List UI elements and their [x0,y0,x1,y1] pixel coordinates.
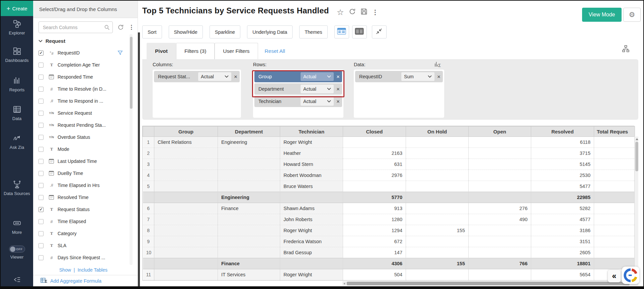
summary-sigma-icon[interactable]: Σ [434,61,442,69]
column-header-technician[interactable]: Technician [280,126,343,137]
field-item-time-to-respond-in[interactable]: .#Time to Respond in ... [33,95,134,107]
column-header-total-reques[interactable]: Total Reques [594,126,635,137]
field-checkbox[interactable] [38,195,44,200]
field-checkbox[interactable] [38,111,44,116]
pivot-chip-technician[interactable]: TechnicianActual× [254,96,342,107]
field-checkbox[interactable] [38,63,44,68]
save-icon[interactable] [360,8,368,16]
create-button[interactable]: + Create [1,1,33,16]
chip-remove-icon[interactable]: × [437,74,440,80]
vertical-scrollbar-thumb[interactable] [635,142,638,171]
field-item-category[interactable]: TCategory [33,227,134,239]
search-columns-input[interactable] [38,21,113,33]
chip-remove-icon[interactable]: × [336,99,340,104]
tab-filters-3[interactable]: Filters (3) [176,43,215,59]
field-item-days-since-request[interactable]: #Days Since Request ... [33,252,134,264]
chip-aggregation-dropdown[interactable]: Actual [301,97,334,106]
add-aggregate-row[interactable]: Σ Add Aggregate Formula [33,275,138,286]
tab-pivot[interactable]: Pivot [147,43,176,59]
column-header-resolved[interactable]: Resolved [531,126,594,137]
field-item-time-elapsed[interactable]: #Time Elapsed [33,215,134,227]
field-item-sla[interactable]: TSLA [33,239,134,252]
sidebar-item-data[interactable]: Data [1,105,33,121]
collapse-sidebar-icon[interactable] [1,276,33,284]
field-checkbox[interactable] [38,87,44,92]
scroll-up-arrow-icon[interactable] [636,138,638,140]
column-header-group[interactable]: Group [154,126,218,137]
section-request[interactable]: Request [38,38,65,44]
add-aggregate-link[interactable]: Add Aggregate Formula [50,278,101,284]
table-vertical-scrollbar[interactable] [634,136,638,280]
field-checkbox[interactable] [38,99,44,104]
horizontal-scrollbar-thumb[interactable] [347,282,630,285]
hierarchy-icon[interactable] [622,44,630,54]
pivot-chip-group[interactable]: GroupActual× [254,71,342,82]
collapse-panel-button[interactable]: « [608,270,621,282]
panel-scrollbar-thumb[interactable] [130,37,133,109]
column-header-on-hold[interactable]: On Hold [406,126,469,137]
column-header-closed[interactable]: Closed [343,126,406,137]
sidebar-item-viewer[interactable]: OFF Viewer [1,246,33,260]
field-checkbox[interactable] [38,243,44,248]
field-checkbox[interactable] [38,171,44,176]
field-item-request-pending-sta[interactable]: Y/NRequest Pending Sta... [33,119,134,131]
field-checkbox[interactable] [38,135,44,140]
data-dropzone[interactable]: RequestIDSum× [354,70,444,118]
refresh-report-icon[interactable] [349,8,356,16]
favorite-star-icon[interactable]: ☆ [337,8,344,16]
field-item-time-to-resolve-in-d[interactable]: #Time to Resolve (in D... [33,83,134,95]
chip-remove-icon[interactable]: × [336,86,340,92]
panel-splitter-handle[interactable] [138,32,140,287]
sidebar-item-data-sources[interactable]: Data Sources [1,180,33,196]
field-checkbox[interactable] [38,75,44,80]
classic-table-button[interactable] [352,25,367,38]
field-item-service-request[interactable]: Y/NService Request [33,107,134,119]
view-mode-button[interactable]: View Mode [582,8,622,22]
sparkline-button[interactable]: Sparkline [210,25,240,38]
refresh-columns-icon[interactable] [117,24,124,30]
chip-aggregation-dropdown[interactable]: Actual [301,72,334,81]
field-item-dueby-time[interactable]: 17DueBy Time [33,167,134,179]
field-checkbox[interactable] [38,255,44,260]
underlying-data-button[interactable]: Underlying Data [247,25,293,38]
field-checkbox[interactable] [38,219,44,224]
field-checkbox[interactable] [38,123,44,128]
sidebar-item-explorer[interactable]: Explorer [1,19,33,36]
field-item-resolved-time[interactable]: 17Resolved Time [33,191,134,203]
field-checkbox[interactable] [38,231,44,236]
column-header-department[interactable]: Department [218,126,280,137]
columns-dropzone[interactable]: Request Stat...Actual× [153,70,241,118]
column-header-open[interactable]: Open [469,126,531,137]
pivot-chip-request-stat[interactable]: Request Stat...Actual× [154,71,240,82]
field-checkbox[interactable]: ✓ [38,207,44,212]
sidebar-item-reports[interactable]: Reports [1,76,33,93]
title-more-options-icon[interactable]: ⋮ [372,8,379,16]
field-checkbox[interactable] [38,183,44,188]
field-checkbox[interactable] [38,159,44,164]
pivot-chip-requestid[interactable]: RequestIDSum× [355,71,443,82]
chip-aggregation-dropdown[interactable]: Actual [198,72,231,81]
scroll-left-arrow-icon[interactable] [343,283,345,285]
panel-more-options-icon[interactable]: ⋮ [129,24,134,30]
show-hide-button[interactable]: Show/Hide [169,25,203,38]
field-checkbox[interactable]: ✓ [38,51,44,56]
chip-aggregation-dropdown[interactable]: Sum [401,72,434,81]
field-item-last-updated-time[interactable]: 17Last Updated Time [33,155,134,167]
filter-icon[interactable] [117,50,123,57]
sort-button[interactable]: Sort [142,25,162,38]
collapse-columns-button[interactable] [372,25,387,38]
table-horizontal-scrollbar[interactable] [342,281,638,286]
field-item-completion-age-tier[interactable]: TCompletion Age Tier [33,59,134,71]
sidebar-item-dashboards[interactable]: Dashboards [1,47,33,63]
field-item-overdue-status[interactable]: Y/NOverdue Status [33,131,134,143]
field-item-requestid[interactable]: ✓+#RequestID [33,47,134,59]
viewer-toggle[interactable]: OFF [9,246,25,253]
show-link[interactable]: Show [59,267,71,273]
brand-logo[interactable] [622,267,639,284]
compact-table-button[interactable] [334,25,349,38]
reset-all-link[interactable]: Reset All [265,43,285,59]
settings-gear-button[interactable]: ⚙ [623,8,641,22]
chip-aggregation-dropdown[interactable]: Actual [301,85,334,93]
field-item-mode[interactable]: TMode [33,143,134,155]
field-item-request-status[interactable]: ✓TRequest Status [33,203,134,215]
